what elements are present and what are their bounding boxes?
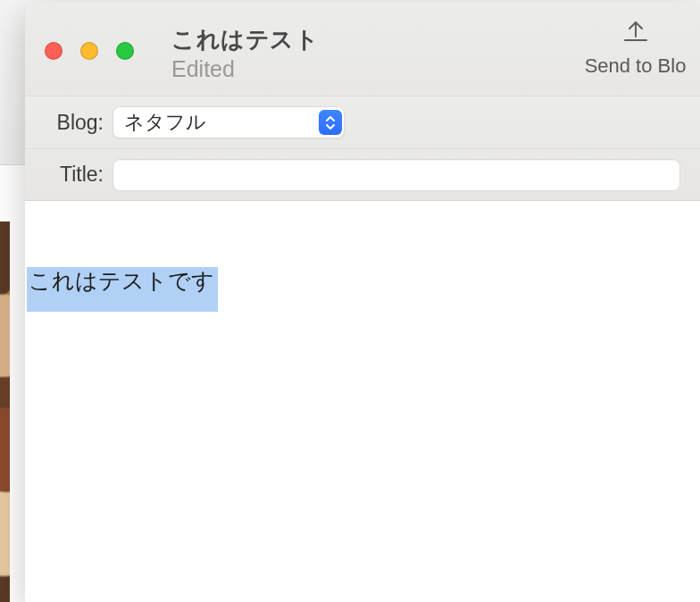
- send-to-blog-label: Send to Blo: [571, 54, 700, 78]
- upload-icon: [621, 19, 650, 47]
- title-row: Title:: [25, 148, 700, 200]
- title-label: Title:: [45, 163, 104, 187]
- title-input[interactable]: [112, 159, 680, 191]
- window-controls: [45, 42, 134, 60]
- selected-text[interactable]: これはテストです: [27, 267, 218, 312]
- form-bar: Blog: ネタフル Title:: [25, 96, 700, 201]
- window-subtitle: Edited: [171, 56, 319, 82]
- blog-select[interactable]: ネタフル: [112, 106, 345, 138]
- minimize-button[interactable]: [80, 42, 98, 60]
- zoom-button[interactable]: [116, 42, 134, 60]
- blog-row: Blog: ネタフル: [25, 96, 700, 148]
- close-button[interactable]: [45, 42, 62, 60]
- blog-label: Blog:: [45, 111, 104, 135]
- chevron-up-down-icon: [319, 110, 342, 135]
- blog-select-value: ネタフル: [124, 109, 206, 136]
- editor-window: これはテスト Edited Send to Blo Blog:: [25, 3, 700, 602]
- background-thumbnail: [0, 222, 10, 602]
- window-title: これはテスト: [171, 24, 319, 55]
- editor-area[interactable]: これはテストです: [25, 201, 700, 602]
- titlebar[interactable]: これはテスト Edited Send to Blo: [25, 3, 700, 96]
- send-to-blog-button[interactable]: Send to Blo: [571, 19, 700, 78]
- window-title-block: これはテスト Edited: [171, 24, 319, 82]
